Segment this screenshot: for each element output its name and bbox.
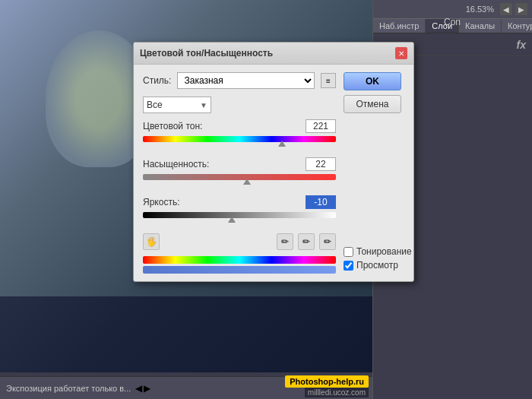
saturation-value[interactable]: 22 [306, 157, 336, 171]
eyedropper-remove-icon[interactable]: ✏ [298, 233, 315, 250]
dialog-title: Цветовой тон/Насыщенность [140, 48, 273, 59]
hue-label: Цветовой тон: [143, 121, 202, 131]
preview-checkbox[interactable] [344, 261, 353, 271]
brightness-slider-group: Яркость: -10 [143, 195, 336, 223]
brightness-slider-track[interactable] [143, 212, 336, 223]
colorize-checkbox-row: Тонирование [344, 246, 404, 257]
nav-arrows: ◀ ▶ [500, 3, 527, 15]
brightness-label: Яркость: [143, 197, 179, 207]
fx-icon: fx [517, 39, 526, 51]
saturation-slider-bar [143, 174, 336, 180]
saturation-header: Насыщенность: 22 [143, 157, 336, 171]
dialog-close-button[interactable]: ✕ [395, 47, 407, 59]
preview-label: Просмотр [356, 260, 398, 271]
dialog-body: Стиль: Заказная ≡ Все ▼ Цветовой тон: 22… [134, 65, 413, 281]
channel-arrow-icon: ▼ [200, 101, 207, 109]
preview-checkbox-row: Просмотр [344, 260, 404, 271]
watermark-main: Photoshop-help.ru [285, 375, 369, 388]
nav-left-btn[interactable]: ◀ [500, 3, 512, 15]
channel-row: Все ▼ [143, 97, 336, 113]
hue-slider-handle[interactable] [278, 141, 286, 147]
tab-kanaly[interactable]: Каналы [459, 19, 502, 33]
hue-slider-track[interactable] [143, 136, 336, 147]
dialog-right-panel: OK Отмена Тонирование Просмотр [344, 72, 404, 274]
watermark-area: Photoshop-help.ru millledi.ucoz.com [285, 375, 369, 397]
saturation-label: Насыщенность: [143, 159, 209, 169]
style-select[interactable]: Заказная [177, 72, 315, 89]
eyedropper-sample-icon[interactable]: ✏ [319, 233, 336, 250]
tab-nablyustrinstr[interactable]: Наб.инстр [373, 19, 426, 33]
bottom-icons-row: 🖐 ✏ ✏ ✏ [143, 233, 336, 250]
hue-value[interactable]: 221 [306, 119, 336, 133]
eyedropper-icon[interactable]: 🖐 [143, 233, 160, 250]
saturation-slider-group: Насыщенность: 22 [143, 157, 336, 185]
saturation-slider-track[interactable] [143, 174, 336, 185]
tab-kontur[interactable]: Контур [502, 19, 532, 33]
nav-status-right[interactable]: ▶ [144, 383, 150, 394]
colorize-bar-bottom [143, 266, 336, 274]
style-row: Стиль: Заказная ≡ [143, 72, 336, 89]
status-text: Экспозиция работает только в... [6, 384, 131, 393]
saturation-slider-handle[interactable] [243, 179, 251, 185]
colorize-label: Тонирование [356, 246, 412, 257]
con-text: Con [444, 17, 461, 27]
cancel-button[interactable]: Отмена [344, 95, 401, 113]
hue-saturation-dialog: Цветовой тон/Насыщенность ✕ Стиль: Заказ… [133, 42, 414, 282]
rainbow-bar-top [143, 256, 336, 264]
ok-button[interactable]: OK [344, 72, 401, 90]
brightness-value[interactable]: -10 [306, 195, 336, 209]
hue-slider-group: Цветовой тон: 221 [143, 119, 336, 147]
hue-slider-bar [143, 136, 336, 142]
watermark-sub: millledi.ucoz.com [305, 388, 369, 397]
nav-status-left[interactable]: ◀ [135, 383, 142, 394]
style-label: Стиль: [143, 75, 171, 86]
channel-value: Все [147, 100, 200, 110]
style-options-icon[interactable]: ≡ [321, 73, 336, 88]
brightness-slider-handle[interactable] [228, 217, 236, 223]
brightness-header: Яркость: -10 [143, 195, 336, 209]
color-bars [143, 256, 336, 274]
dialog-title-bar: Цветовой тон/Насыщенность ✕ [134, 43, 413, 65]
channel-select[interactable]: Все ▼ [143, 97, 211, 113]
photo-shadow [0, 296, 372, 372]
colorize-checkbox[interactable] [344, 247, 353, 257]
dialog-controls: Стиль: Заказная ≡ Все ▼ Цветовой тон: 22… [143, 72, 336, 274]
hue-header: Цветовой тон: 221 [143, 119, 336, 133]
zoom-display: 16.53% [466, 5, 494, 14]
eyedropper-add-icon[interactable]: ✏ [277, 233, 293, 250]
checkbox-area: Тонирование Просмотр [344, 231, 404, 274]
nav-right-btn[interactable]: ▶ [515, 3, 527, 15]
brightness-slider-bar [143, 212, 336, 218]
